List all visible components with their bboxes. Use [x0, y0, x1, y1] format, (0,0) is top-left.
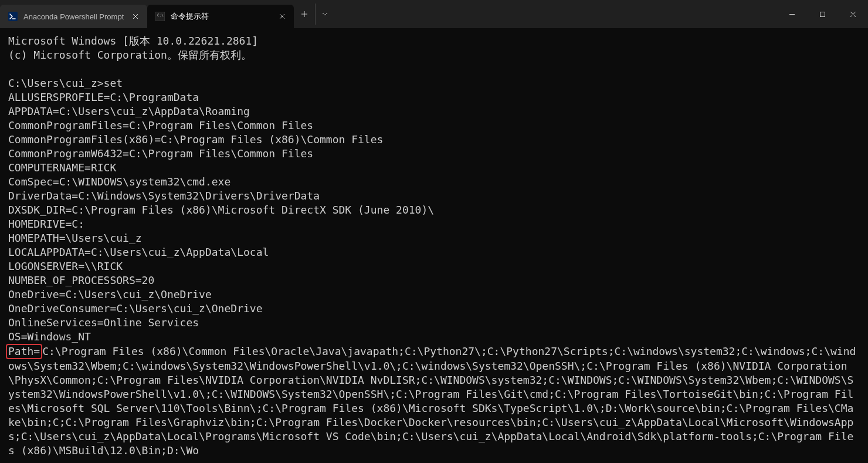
command: set — [104, 77, 123, 89]
prompt: C:\Users\cui_z> — [8, 77, 104, 89]
new-tab-button[interactable] — [294, 4, 315, 25]
close-icon[interactable] — [130, 11, 141, 22]
path-value: C:\Program Files (x86)\Common Files\Orac… — [8, 345, 856, 457]
path-highlight: Path= — [6, 344, 42, 359]
titlebar: Anaconda Powershell Prompt C:\ 命令提示符 — [0, 0, 868, 28]
svg-rect-11 — [820, 12, 825, 16]
env-line: OneDrive=C:\Users\cui_z\OneDrive — [8, 288, 212, 300]
env-line: APPDATA=C:\Users\cui_z\AppData\Roaming — [8, 105, 250, 117]
env-line: COMPUTERNAME=RICK — [8, 161, 116, 174]
powershell-icon — [8, 12, 18, 21]
tabs-container: Anaconda Powershell Prompt C:\ 命令提示符 — [0, 0, 334, 28]
tab-command-prompt[interactable]: C:\ 命令提示符 — [147, 5, 294, 28]
env-line: ComSpec=C:\WINDOWS\system32\cmd.exe — [8, 175, 230, 188]
env-line: ALLUSERSPROFILE=C:\ProgramData — [8, 91, 199, 103]
close-icon[interactable] — [276, 11, 288, 22]
tab-label: Anaconda Powershell Prompt — [23, 12, 124, 21]
env-line: LOGONSERVER=\\RICK — [8, 260, 123, 272]
window-controls — [777, 2, 868, 26]
maximize-button[interactable] — [807, 2, 838, 26]
env-line: OnlineServices=Online Services — [8, 316, 199, 329]
cmd-icon: C:\ — [155, 12, 165, 21]
tab-anaconda-powershell[interactable]: Anaconda Powershell Prompt — [0, 5, 147, 28]
close-window-button[interactable] — [838, 2, 868, 26]
env-line: CommonProgramW6432=C:\Program Files\Comm… — [8, 147, 313, 160]
svg-text:C:\: C:\ — [157, 13, 164, 17]
env-line: OneDriveConsumer=C:\Users\cui_z\OneDrive — [8, 302, 262, 315]
banner-line: (c) Microsoft Corporation。保留所有权利。 — [8, 49, 252, 61]
env-line: CommonProgramFiles(x86)=C:\Program Files… — [8, 133, 383, 146]
svg-rect-0 — [8, 12, 18, 21]
tab-label: 命令提示符 — [171, 11, 270, 22]
env-line: LOCALAPPDATA=C:\Users\cui_z\AppData\Loca… — [8, 246, 269, 258]
env-line: DXSDK_DIR=C:\Program Files (x86)\Microso… — [8, 204, 434, 216]
terminal-output[interactable]: Microsoft Windows [版本 10.0.22621.2861] (… — [0, 28, 868, 463]
env-line: HOMEPATH=\Users\cui_z — [8, 232, 142, 244]
env-line: NUMBER_OF_PROCESSORS=20 — [8, 274, 154, 286]
minimize-button[interactable] — [777, 2, 807, 26]
env-line: DriverData=C:\Windows\System32\Drivers\D… — [8, 190, 320, 202]
banner-line: Microsoft Windows [版本 10.0.22621.2861] — [8, 35, 258, 47]
env-line: HOMEDRIVE=C: — [8, 218, 84, 230]
tab-dropdown-button[interactable] — [315, 4, 334, 25]
env-line: CommonProgramFiles=C:\Program Files\Comm… — [8, 119, 313, 131]
env-line: OS=Windows_NT — [8, 330, 91, 343]
